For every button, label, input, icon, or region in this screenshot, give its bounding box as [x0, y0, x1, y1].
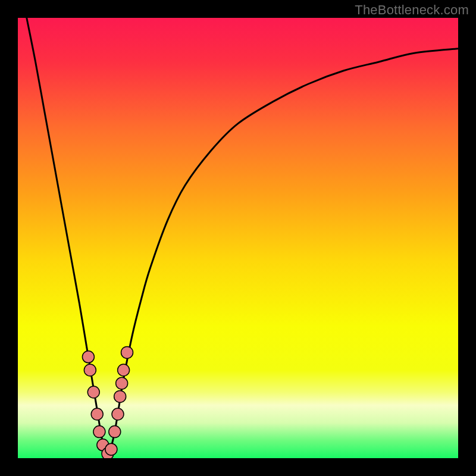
watermark-text: TheBottleneck.com	[355, 2, 469, 18]
svg-rect-0	[18, 18, 458, 458]
background-gradient	[18, 18, 458, 458]
plot-area	[18, 18, 458, 458]
chart-frame: TheBottleneck.com	[0, 0, 476, 476]
